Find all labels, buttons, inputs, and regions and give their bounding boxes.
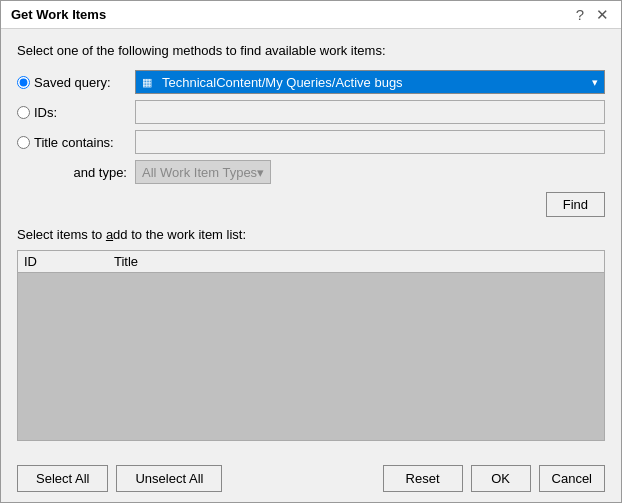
help-button[interactable]: ?	[574, 7, 586, 22]
col-id-header: ID	[24, 254, 74, 269]
description-text: Select one of the following methods to f…	[17, 43, 605, 58]
results-section-label: Select items to add to the work item lis…	[17, 227, 605, 242]
and-type-value-display: All Work Item Types	[142, 165, 257, 180]
title-contains-radio[interactable]	[17, 136, 30, 149]
bottom-buttons: Select All Unselect All Reset OK Cancel	[1, 455, 621, 502]
and-type-arrow-icon: ▾	[257, 165, 264, 180]
ok-button[interactable]: OK	[471, 465, 531, 492]
ids-radio-label[interactable]: IDs:	[17, 105, 127, 120]
saved-query-value-display: ▦ TechnicalContent/My Queries/Active bug…	[142, 75, 592, 90]
title-contains-input[interactable]	[135, 130, 605, 154]
unselect-all-button[interactable]: Unselect All	[116, 465, 222, 492]
dialog-body: Select one of the following methods to f…	[1, 29, 621, 455]
close-button[interactable]: ✕	[594, 7, 611, 22]
saved-query-radio[interactable]	[17, 76, 30, 89]
saved-query-row: Saved query: ▦ TechnicalContent/My Queri…	[17, 70, 605, 94]
reset-button[interactable]: Reset	[383, 465, 463, 492]
ids-row: IDs:	[17, 100, 605, 124]
and-type-row: and type: All Work Item Types ▾	[17, 160, 605, 184]
cancel-button[interactable]: Cancel	[539, 465, 605, 492]
title-bar: Get Work Items ? ✕	[1, 1, 621, 29]
select-all-button[interactable]: Select All	[17, 465, 108, 492]
result-table: ID Title	[17, 250, 605, 441]
find-button[interactable]: Find	[546, 192, 605, 217]
saved-query-label-text: Saved query:	[34, 75, 111, 90]
saved-query-control: ▦ TechnicalContent/My Queries/Active bug…	[135, 70, 605, 94]
bottom-right-buttons: Reset OK Cancel	[383, 465, 605, 492]
title-contains-label-text: Title contains:	[34, 135, 114, 150]
table-body[interactable]	[18, 273, 604, 440]
ids-control	[135, 100, 605, 124]
title-contains-radio-label[interactable]: Title contains:	[17, 135, 127, 150]
saved-query-radio-label[interactable]: Saved query:	[17, 75, 127, 90]
and-type-control: All Work Item Types ▾	[135, 160, 271, 184]
ids-label-text: IDs:	[34, 105, 57, 120]
title-contains-row: Title contains:	[17, 130, 605, 154]
get-work-items-dialog: Get Work Items ? ✕ Select one of the fol…	[0, 0, 622, 503]
and-type-dropdown: All Work Item Types ▾	[135, 160, 271, 184]
bottom-left-buttons: Select All Unselect All	[17, 465, 222, 492]
ids-radio[interactable]	[17, 106, 30, 119]
form-rows: Saved query: ▦ TechnicalContent/My Queri…	[17, 70, 605, 184]
and-type-label-text: and type:	[17, 165, 127, 180]
grid-icon: ▦	[142, 76, 152, 89]
dialog-title: Get Work Items	[11, 7, 106, 22]
col-title-header: Title	[114, 254, 164, 269]
saved-query-dropdown[interactable]: ▦ TechnicalContent/My Queries/Active bug…	[135, 70, 605, 94]
table-header: ID Title	[18, 251, 604, 273]
title-bar-controls: ? ✕	[574, 7, 611, 22]
ids-input[interactable]	[135, 100, 605, 124]
find-row: Find	[17, 192, 605, 217]
title-contains-control	[135, 130, 605, 154]
dropdown-arrow-icon: ▾	[592, 76, 598, 89]
